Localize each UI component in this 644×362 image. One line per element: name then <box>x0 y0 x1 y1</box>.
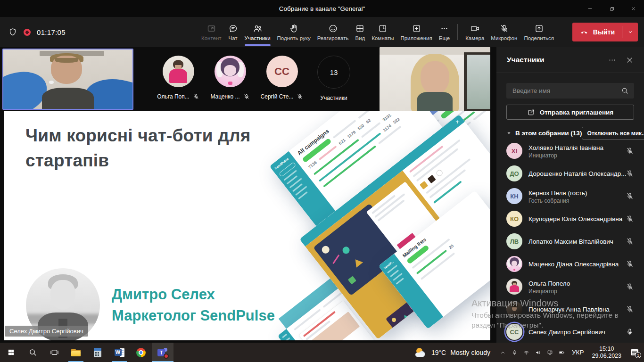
toolbar-button-share[interactable]: Поделиться <box>520 17 557 47</box>
mic-off-icon <box>193 93 199 100</box>
section-collapse-button[interactable] <box>506 131 512 136</box>
mic-muted-icon <box>626 214 634 223</box>
mute-all-button[interactable]: Отключить все мик... <box>582 127 644 140</box>
toolbar-button-hand[interactable]: Поднять руку <box>274 17 314 47</box>
system-tray: 19°C Mostly cloudy УКР 15:10 29.06.2023 … <box>411 343 644 362</box>
tray-cast-icon[interactable] <box>544 343 556 362</box>
weather-icon[interactable] <box>415 347 429 358</box>
restore-button[interactable] <box>601 0 622 17</box>
participant-row[interactable]: Маценко Діана Олександрівна <box>496 253 644 275</box>
mic-off-icon <box>626 147 634 155</box>
language-indicator[interactable]: УКР <box>568 349 588 356</box>
video-tile-speaker[interactable] <box>2 49 133 110</box>
participant-row[interactable]: КНКерноз Неля (гость)Гость собрания <box>496 185 644 207</box>
toolbar-button-rooms[interactable]: Комнаты <box>368 17 397 47</box>
participant-count-label: Участники <box>320 95 347 101</box>
toolbar-divider <box>457 24 458 40</box>
mic-off-icon <box>626 282 634 291</box>
taskbar-word-button[interactable]: W <box>108 343 130 362</box>
toolbar-button-more[interactable]: Еще <box>436 17 453 47</box>
file-explorer-icon <box>71 349 81 356</box>
close-icon <box>630 6 636 12</box>
toolbar-button-chat[interactable]: Чат <box>225 17 241 47</box>
participant-row[interactable]: ХІХолявко Наталія ІванівнаИнициатор <box>496 140 644 162</box>
weather-temperature[interactable]: 19°C <box>431 349 446 356</box>
close-button[interactable] <box>622 0 644 17</box>
strip-participant-tile[interactable]: Маценко ... <box>204 56 256 101</box>
taskbar-chrome-button[interactable] <box>130 343 152 362</box>
strip-overflow-tile[interactable]: 13Участники <box>308 56 360 101</box>
send-invite-button[interactable]: Отправка приглашения <box>506 105 634 120</box>
panel-close-button[interactable] <box>626 56 634 64</box>
tray-volume-icon[interactable] <box>532 343 544 362</box>
strip-participant-tile[interactable]: СССергій Сте... <box>256 56 308 101</box>
leave-split-button[interactable]: Выйти <box>572 23 638 41</box>
toolbar-button-people[interactable]: Участники <box>241 17 274 47</box>
weather-condition[interactable]: Mostly cloudy <box>450 349 490 356</box>
more-icon <box>439 24 449 33</box>
toolbar-button-grid[interactable]: Вид <box>352 17 368 47</box>
avatar-photo-olga <box>163 56 194 87</box>
share-invite-icon <box>527 108 535 116</box>
participant-row[interactable]: Ольга ПопелоИнициатор <box>496 275 644 298</box>
toolbar-button-content[interactable]: Контент <box>198 17 225 47</box>
toolbar-button-label: Вид <box>355 35 365 41</box>
participants-search-input[interactable] <box>512 87 621 95</box>
mic-off-icon <box>499 24 509 33</box>
toolbar-button-camera[interactable]: Камера <box>462 17 487 47</box>
section-label: В этом собрании (13) <box>515 130 582 137</box>
avatar: СС <box>266 56 298 87</box>
taskbar-file-explorer-button[interactable] <box>65 343 87 362</box>
strip-participant-name: Ольга Поп... <box>157 93 189 100</box>
participant-row[interactable]: ДОДорошенко Наталія Олександр... <box>496 162 644 185</box>
taskbar-start-button[interactable] <box>0 343 22 362</box>
leave-button-label: Выйти <box>593 28 615 36</box>
taskbar-search-button[interactable] <box>22 343 43 362</box>
rooms-icon <box>378 24 388 33</box>
word-icon: W <box>115 348 124 357</box>
participant-name: Холявко Наталія Іванівна <box>528 144 603 151</box>
toolbar-button-smile[interactable]: Реагировать <box>314 17 352 47</box>
grid-icon <box>355 24 365 33</box>
toolbar-button-label: Камера <box>465 35 484 41</box>
participant-row[interactable]: КОКруподеря Юлія Олександрівна <box>496 207 644 230</box>
panel-more-options-button[interactable] <box>608 56 616 64</box>
toolbar-button-apps[interactable]: Приложения <box>397 17 435 47</box>
phone-down-icon <box>579 27 589 37</box>
tray-mic-on-icon[interactable] <box>509 343 520 362</box>
tray-chevron-up-icon[interactable] <box>497 343 509 362</box>
clock[interactable]: 15:10 29.06.2023 <box>588 346 625 360</box>
taskbar-teams-button[interactable]: T <box>152 343 173 362</box>
strip-participant-name: Сергій Сте... <box>261 93 294 100</box>
task-view-icon <box>50 348 59 357</box>
notification-center-button[interactable]: 1 <box>625 343 644 362</box>
participant-row[interactable]: СССелех Дмитро Сергійович <box>496 321 644 343</box>
leave-button[interactable]: Выйти <box>572 23 622 41</box>
minimize-button[interactable] <box>579 0 601 17</box>
tray-battery-icon[interactable] <box>556 343 568 362</box>
mic-off-icon <box>626 260 634 268</box>
avatar: ХІ <box>506 143 522 159</box>
leave-options-button[interactable] <box>622 23 638 41</box>
window-controls <box>579 0 644 17</box>
strip-participant-tile[interactable]: Ольга Поп... <box>152 56 204 101</box>
participant-row[interactable]: Пономарчук Анна Павлівна <box>496 298 644 321</box>
toolbar-button-label: Поднять руку <box>277 35 311 41</box>
mic-muted-icon <box>626 260 634 268</box>
toolbar-button-mic-off[interactable]: Микрофон <box>487 17 520 47</box>
taskbar-calculator-button[interactable] <box>87 343 108 362</box>
participant-row[interactable]: ЛВЛопатко Максим Віталійович <box>496 230 644 253</box>
camera-icon <box>470 24 480 33</box>
video-tile-participant[interactable] <box>380 47 490 111</box>
tray-wifi-icon[interactable] <box>520 343 532 362</box>
in-meeting-section: В этом собрании (13) Отключить все мик..… <box>506 127 634 140</box>
share-icon <box>534 24 544 33</box>
clock-date: 29.06.2023 <box>592 353 621 360</box>
toolbar-buttons: КонтентЧатУчастникиПоднять рукуРеагирова… <box>198 17 557 47</box>
taskbar-task-view-button[interactable] <box>43 343 65 362</box>
windows-taskbar: WT 19°C Mostly cloudy УКР 15:10 29.06.20… <box>0 343 644 362</box>
window-titlebar: Собрание в канале "General" <box>0 0 644 17</box>
mic-off-icon <box>297 93 303 100</box>
toolbar-button-label: Поделиться <box>524 35 554 41</box>
avatar: ЛВ <box>506 233 522 249</box>
